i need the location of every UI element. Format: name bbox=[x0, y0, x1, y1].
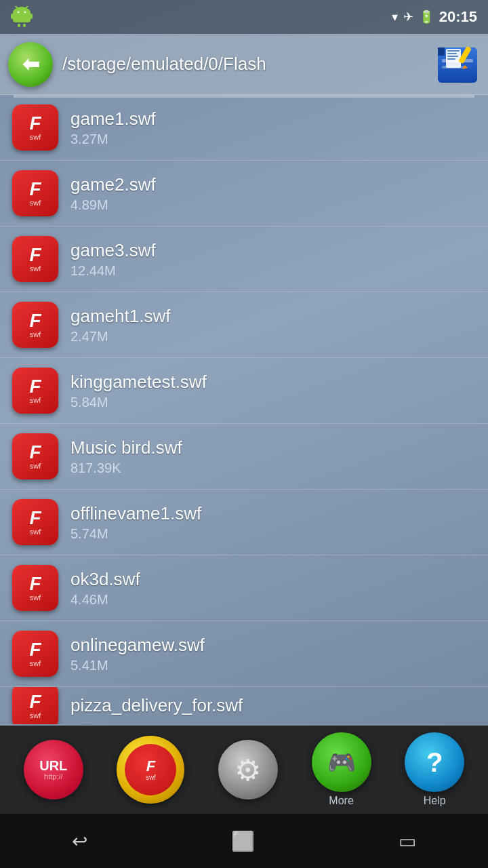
file-size: 817.39K bbox=[70, 460, 182, 476]
more-circle[interactable]: 🎮 bbox=[312, 732, 371, 792]
file-info: game2.swf 4.89M bbox=[70, 174, 156, 213]
svg-rect-17 bbox=[447, 53, 457, 54]
file-name: pizza_delivery_for.swf bbox=[70, 695, 243, 716]
swf-f-letter: F bbox=[29, 574, 41, 593]
list-item[interactable]: F swf Music bird.swf 817.39K bbox=[0, 424, 488, 490]
file-size: 3.27M bbox=[70, 132, 156, 147]
system-home-button[interactable]: ⬜ bbox=[231, 830, 255, 852]
swf-file-icon: F swf bbox=[12, 499, 58, 545]
list-item[interactable]: F swf game1.swf 3.27M bbox=[0, 95, 488, 161]
file-size: 2.47M bbox=[70, 329, 170, 344]
gear-circle[interactable]: ⚙ bbox=[218, 740, 278, 800]
swf-f-letter: F bbox=[29, 245, 41, 264]
swf-f-letter: F bbox=[29, 692, 41, 711]
list-item[interactable]: F swf pizza_delivery_for.swf bbox=[0, 687, 488, 724]
gear-icon: ⚙ bbox=[235, 753, 261, 787]
url-button[interactable]: URL http:// bbox=[24, 740, 83, 800]
svg-rect-7 bbox=[30, 14, 33, 19]
file-name: Music bird.swf bbox=[70, 437, 182, 458]
file-info: game3.swf 12.44M bbox=[70, 240, 156, 279]
file-name: gameht1.swf bbox=[70, 306, 170, 327]
svg-line-4 bbox=[26, 6, 28, 8]
wifi-icon: ▾ bbox=[392, 9, 398, 24]
current-path: /storage/emulated/0/Flash bbox=[62, 54, 426, 75]
flash-dl-inner: F swf bbox=[125, 744, 176, 795]
swf-type-label: swf bbox=[30, 594, 41, 601]
file-size: 5.74M bbox=[70, 526, 201, 542]
url-sub: http:// bbox=[44, 772, 63, 781]
swf-type-label: swf bbox=[30, 199, 41, 207]
more-label: More bbox=[329, 795, 353, 807]
swf-file-icon: F swf bbox=[12, 687, 58, 724]
svg-rect-8 bbox=[18, 24, 20, 27]
file-size: 5.41M bbox=[70, 658, 205, 673]
list-item[interactable]: F swf kinggametest.swf 5.84M bbox=[0, 358, 488, 424]
help-button[interactable]: ? Help bbox=[405, 732, 464, 807]
file-name: game3.swf bbox=[70, 240, 156, 261]
list-item[interactable]: F swf gameht1.swf 2.47M bbox=[0, 292, 488, 358]
svg-marker-12 bbox=[438, 47, 445, 56]
svg-rect-5 bbox=[13, 13, 30, 22]
swf-f-letter: F bbox=[29, 311, 41, 330]
file-list: F swf game1.swf 3.27M F swf game2.swf 4.… bbox=[0, 95, 488, 726]
more-button[interactable]: 🎮 More bbox=[312, 732, 371, 807]
swf-file-icon: F swf bbox=[12, 236, 58, 282]
status-left bbox=[11, 6, 33, 28]
swf-f-letter: F bbox=[29, 509, 41, 528]
status-time: 20:15 bbox=[439, 8, 477, 26]
swf-file-icon: F swf bbox=[12, 302, 58, 348]
swf-file-icon: F swf bbox=[12, 631, 58, 677]
swf-type-label: swf bbox=[30, 134, 41, 141]
swf-file-icon: F swf bbox=[12, 433, 58, 479]
file-name: game2.swf bbox=[70, 174, 156, 195]
file-size: 5.84M bbox=[70, 395, 207, 410]
flash-dl-circle[interactable]: F swf bbox=[117, 736, 184, 804]
help-icon: ? bbox=[426, 749, 443, 776]
svg-line-3 bbox=[16, 6, 18, 8]
svg-rect-9 bbox=[23, 24, 26, 27]
file-info: ok3d.swf 4.46M bbox=[70, 569, 140, 608]
swf-f-letter: F bbox=[29, 114, 41, 133]
swf-type-label: swf bbox=[30, 462, 41, 470]
list-item[interactable]: F swf ok3d.swf 4.46M bbox=[0, 555, 488, 621]
swf-f-letter: F bbox=[29, 640, 41, 659]
file-info: gameht1.swf 2.47M bbox=[70, 306, 170, 344]
list-item[interactable]: F swf offlinevame1.swf 5.74M bbox=[0, 490, 488, 555]
status-bar: ▾ ✈ 🔋 20:15 bbox=[0, 0, 488, 34]
file-info: kinggametest.swf 5.84M bbox=[70, 372, 207, 410]
file-name: game1.swf bbox=[70, 108, 156, 130]
settings-button[interactable]: ⚙ bbox=[218, 740, 278, 800]
help-circle[interactable]: ? bbox=[405, 732, 464, 792]
swf-type-label: swf bbox=[30, 331, 41, 338]
list-item[interactable]: F swf game3.swf 12.44M bbox=[0, 226, 488, 292]
svg-rect-6 bbox=[11, 14, 14, 19]
android-icon bbox=[11, 6, 33, 28]
list-item[interactable]: F swf game2.swf 4.89M bbox=[0, 161, 488, 226]
swf-file-icon: F swf bbox=[12, 368, 58, 414]
system-nav-bar: ↩ ⬜ ▭ bbox=[0, 814, 488, 868]
flash-swf-label: swf bbox=[146, 774, 156, 781]
list-item[interactable]: F swf onlinegamew.swf 5.41M bbox=[0, 621, 488, 687]
flash-download-button[interactable]: F swf bbox=[117, 736, 184, 804]
system-back-button[interactable]: ↩ bbox=[72, 830, 87, 852]
sd-card-icon[interactable] bbox=[435, 42, 480, 87]
toolbar: ⬅ /storage/emulated/0/Flash bbox=[0, 34, 488, 95]
url-label: URL bbox=[39, 759, 67, 772]
bottom-nav: URL http:// F swf ⚙ 🎮 More ? Help bbox=[0, 726, 488, 814]
system-recents-button[interactable]: ▭ bbox=[399, 830, 416, 852]
url-btn-circle[interactable]: URL http:// bbox=[24, 740, 83, 800]
file-size: 4.46M bbox=[70, 592, 140, 608]
back-button[interactable]: ⬅ bbox=[8, 42, 53, 87]
swf-f-letter: F bbox=[29, 443, 41, 462]
battery-icon: 🔋 bbox=[419, 9, 434, 24]
svg-rect-18 bbox=[447, 56, 458, 57]
swf-type-label: swf bbox=[30, 712, 41, 719]
file-info: game1.swf 3.27M bbox=[70, 108, 156, 147]
swf-file-icon: F swf bbox=[12, 104, 58, 151]
file-name: ok3d.swf bbox=[70, 569, 140, 590]
gamepad-icon: 🎮 bbox=[327, 749, 356, 776]
file-info: Music bird.swf 817.39K bbox=[70, 437, 182, 476]
file-size: 4.89M bbox=[70, 197, 156, 213]
file-size: 12.44M bbox=[70, 263, 156, 279]
swf-f-letter: F bbox=[29, 377, 41, 396]
